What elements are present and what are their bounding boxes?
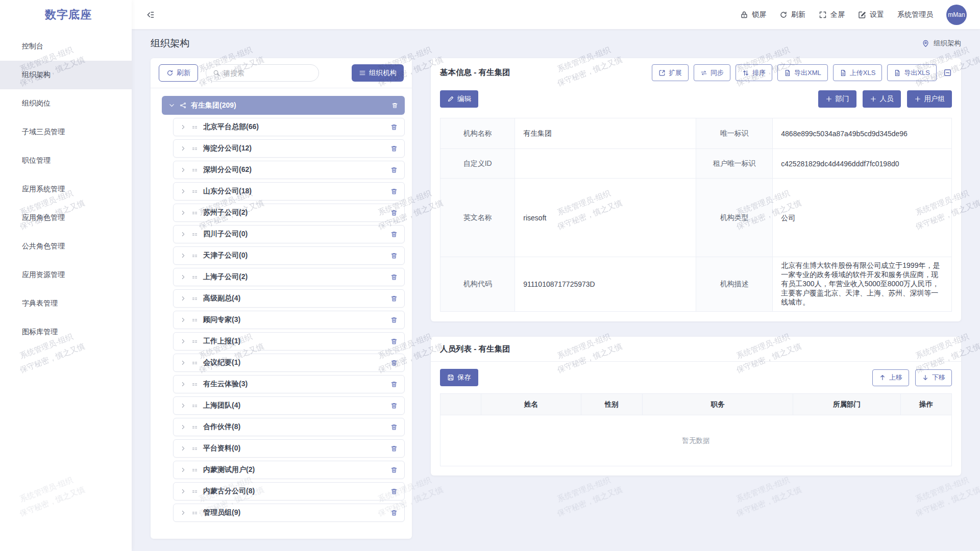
drag-icon[interactable] — [191, 167, 198, 173]
drag-icon[interactable] — [191, 467, 198, 473]
tree-node[interactable]: 顾问专家(3) — [173, 311, 405, 329]
delete-node-button[interactable] — [390, 488, 398, 495]
save-button[interactable]: 保存 — [440, 369, 478, 386]
drag-icon[interactable] — [191, 403, 198, 409]
drag-icon[interactable] — [191, 445, 198, 452]
org-tree[interactable]: 有生集团(209) 北京平台总部(66) — [151, 88, 412, 539]
delete-node-button[interactable] — [390, 273, 398, 281]
drag-icon[interactable] — [191, 338, 198, 345]
toolbar-button[interactable]: 导出XML — [777, 64, 828, 81]
toolbar-button[interactable]: 扩展 — [652, 64, 689, 81]
tree-node[interactable]: 四川子公司(0) — [173, 225, 405, 243]
move-down-button[interactable]: 下移 — [915, 369, 952, 386]
tree-node[interactable]: 工作上报(1) — [173, 332, 405, 350]
sidebar-item[interactable]: 应用资源管理 — [0, 261, 132, 289]
tree-node[interactable]: 内蒙古分公司(8) — [173, 482, 405, 500]
header-action[interactable]: 刷新 — [779, 10, 805, 19]
tree-node[interactable]: 上海子公司(2) — [173, 268, 405, 286]
drag-icon[interactable] — [191, 295, 198, 302]
delete-node-button[interactable] — [390, 252, 398, 259]
delete-node-button[interactable] — [390, 188, 398, 195]
sidebar-item[interactable]: 子域三员管理 — [0, 118, 132, 146]
sidebar-item[interactable]: 应用角色管理 — [0, 204, 132, 232]
sidebar-item[interactable]: 公共角色管理 — [0, 232, 132, 261]
drag-icon[interactable] — [191, 145, 198, 152]
delete-node-button[interactable] — [391, 102, 398, 109]
tree-node[interactable]: 管理员组(9) — [173, 504, 405, 522]
tree-node[interactable]: 会议纪要(1) — [173, 354, 405, 372]
delete-node-button[interactable] — [390, 445, 398, 452]
drag-icon[interactable] — [191, 510, 198, 516]
tree-node[interactable]: 深圳分公司(62) — [173, 161, 405, 179]
sidebar-item[interactable]: 职位管理 — [0, 146, 132, 175]
delete-node-button[interactable] — [390, 423, 398, 431]
username[interactable]: 系统管理员 — [897, 10, 933, 19]
header-action[interactable]: 设置 — [858, 10, 884, 19]
tree-node[interactable]: 平台资料(0) — [173, 439, 405, 458]
delete-node-button[interactable] — [390, 509, 398, 516]
trash-icon — [390, 316, 398, 323]
delete-node-button[interactable] — [390, 166, 398, 173]
tree-node[interactable]: 上海团队(4) — [173, 396, 405, 415]
delete-node-button[interactable] — [390, 295, 398, 302]
search-box — [206, 64, 319, 82]
trash-icon — [390, 466, 398, 473]
drag-icon[interactable] — [191, 381, 198, 388]
edit-button[interactable]: 编辑 — [440, 90, 478, 108]
sidebar-item[interactable]: 字典表管理 — [0, 289, 132, 318]
org-type-button[interactable]: 组织机构 — [352, 64, 404, 82]
add-button[interactable]: 用户组 — [907, 90, 952, 108]
tree-node[interactable]: 天津子公司(0) — [173, 246, 405, 265]
drag-icon[interactable] — [191, 188, 198, 195]
tree-node[interactable]: 有生云体验(3) — [173, 375, 405, 393]
avatar[interactable]: mMan — [946, 5, 967, 25]
drag-icon[interactable] — [191, 488, 198, 495]
drag-icon[interactable] — [191, 424, 198, 431]
tree-node[interactable]: 合作伙伴(8) — [173, 418, 405, 436]
drag-icon[interactable] — [191, 124, 198, 131]
toolbar-button[interactable]: 上传XLS — [833, 64, 883, 81]
delete-node-button[interactable] — [390, 466, 398, 473]
delete-node-button[interactable] — [390, 209, 398, 216]
sidebar-item[interactable]: 图标库管理 — [0, 318, 132, 346]
add-button[interactable]: 人员 — [863, 90, 901, 108]
tree-node[interactable]: 苏州子公司(2) — [173, 204, 405, 222]
drag-icon[interactable] — [191, 317, 198, 323]
refresh-button[interactable]: 刷新 — [159, 64, 198, 82]
tree-node[interactable]: 山东分公司(18) — [173, 182, 405, 201]
fold-sidebar-icon[interactable] — [146, 10, 155, 19]
tree-node[interactable]: 内蒙测试用户(2) — [173, 461, 405, 479]
move-up-button[interactable]: 上移 — [872, 369, 909, 386]
org-tree-panel: 刷新 组织机构 — [151, 58, 412, 539]
collapse-panel-icon[interactable] — [943, 68, 952, 77]
delete-node-button[interactable] — [390, 316, 398, 323]
search-input[interactable] — [224, 69, 312, 77]
delete-node-button[interactable] — [390, 123, 398, 131]
sidebar-item[interactable]: 应用系统管理 — [0, 175, 132, 204]
sidebar-item[interactable]: 控制台 — [0, 32, 132, 61]
header-action[interactable]: 全屏 — [819, 10, 845, 19]
toolbar-button[interactable]: 导出XLS — [887, 64, 937, 81]
tree-node[interactable]: 北京平台总部(66) — [173, 118, 405, 136]
add-button[interactable]: 部门 — [818, 90, 856, 108]
delete-node-button[interactable] — [390, 231, 398, 238]
delete-node-button[interactable] — [390, 145, 398, 152]
toolbar-button[interactable]: 同步 — [694, 64, 730, 81]
field-label: 英文名称 — [440, 179, 515, 257]
delete-node-button[interactable] — [390, 359, 398, 366]
delete-node-button[interactable] — [390, 381, 398, 388]
tree-node[interactable]: 海淀分公司(12) — [173, 139, 405, 158]
tree-root-node[interactable]: 有生集团(209) — [162, 96, 405, 115]
drag-icon[interactable] — [191, 231, 198, 238]
delete-node-button[interactable] — [390, 338, 398, 345]
drag-icon[interactable] — [191, 210, 198, 216]
sidebar-item[interactable]: 组织岗位 — [0, 89, 132, 118]
sidebar-item[interactable]: 组织架构 — [0, 61, 132, 89]
drag-icon[interactable] — [191, 253, 198, 259]
drag-icon[interactable] — [191, 274, 198, 281]
toolbar-button[interactable]: 排序 — [736, 64, 772, 81]
drag-icon[interactable] — [191, 360, 198, 366]
header-action[interactable]: 锁屏 — [740, 10, 766, 19]
tree-node[interactable]: 高级副总(4) — [173, 289, 405, 308]
delete-node-button[interactable] — [390, 402, 398, 409]
